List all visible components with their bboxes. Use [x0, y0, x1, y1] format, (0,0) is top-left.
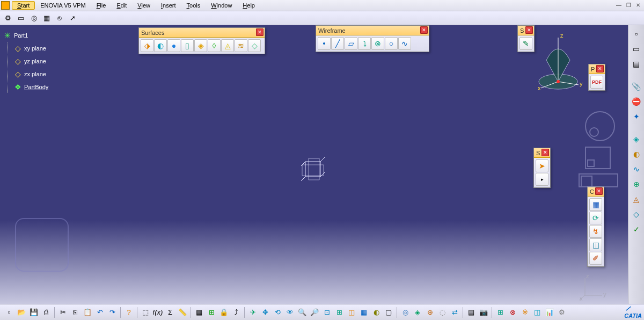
- minimize-button[interactable]: —: [615, 1, 623, 9]
- wf-curve-icon[interactable]: ∿: [398, 37, 411, 50]
- menu-view[interactable]: View: [132, 1, 156, 10]
- bb-open-icon[interactable]: 📂: [16, 307, 27, 318]
- tool-gear-icon[interactable]: ⚙: [2, 12, 14, 24]
- bb-grid2-icon[interactable]: ⊞: [494, 307, 506, 318]
- tool-target-icon[interactable]: ◎: [28, 12, 40, 24]
- bb-color-icon[interactable]: ◫: [531, 307, 543, 318]
- cons-fit-icon[interactable]: ↯: [589, 225, 602, 238]
- bb-cut-icon[interactable]: ✂: [57, 307, 69, 318]
- bb-hide-icon[interactable]: ◌: [436, 307, 448, 318]
- bb-iso-icon[interactable]: ◫: [346, 307, 357, 318]
- tool-grid-icon[interactable]: ▦: [41, 12, 53, 24]
- tree-xy-plane[interactable]: ◇xy plane: [13, 42, 48, 54]
- compass-widget[interactable]: z y x: [537, 33, 585, 82]
- viewport-3d[interactable]: ✳ Part1 ◇xy plane ◇yz plane ◇zx plane ❖P…: [0, 25, 628, 304]
- pdf-icon[interactable]: PDF: [590, 76, 603, 89]
- rb-folder-icon[interactable]: ▭: [630, 42, 643, 55]
- close-icon[interactable]: ✕: [596, 65, 604, 72]
- menu-window[interactable]: Window: [206, 1, 237, 10]
- tree-zx-plane[interactable]: ◇zx plane: [13, 68, 48, 80]
- rb-cut-icon[interactable]: ▤: [630, 57, 643, 70]
- bb-zoomout-icon[interactable]: 🔎: [309, 307, 320, 318]
- bb-ruler-icon[interactable]: 📏: [177, 307, 188, 318]
- close-button[interactable]: ✕: [634, 1, 642, 9]
- surf-offset-icon[interactable]: ◈: [194, 39, 207, 52]
- wf-plane-icon[interactable]: ▱: [345, 37, 357, 50]
- panel-surfaces-title[interactable]: Surfaces ✕: [139, 28, 265, 38]
- menu-file[interactable]: File: [91, 1, 112, 10]
- bb-paste-icon[interactable]: 📋: [82, 307, 93, 318]
- tree-root[interactable]: ✳ Part1: [3, 30, 48, 41]
- bb-opt-icon[interactable]: ⚙: [556, 307, 568, 318]
- close-icon[interactable]: ✕: [541, 149, 549, 156]
- bb-redo-icon[interactable]: ↷: [106, 307, 118, 318]
- bb-layer-icon[interactable]: ▤: [465, 307, 477, 318]
- nav-widget[interactable]: [585, 111, 617, 208]
- bb-help-icon[interactable]: ?: [123, 307, 135, 318]
- bb-print-icon[interactable]: ⎙: [40, 307, 52, 318]
- bb-lock-icon[interactable]: 🔒: [218, 307, 230, 318]
- tree-yz-plane[interactable]: ◇yz plane: [13, 55, 48, 67]
- rb-surf-icon[interactable]: ◬: [630, 193, 643, 206]
- menu-insert[interactable]: Insert: [156, 1, 181, 10]
- nav-pan-icon[interactable]: [585, 147, 611, 169]
- bb-move-icon[interactable]: ✥: [259, 307, 271, 318]
- bb-pattern-icon[interactable]: ※: [519, 307, 531, 318]
- sketch-icon[interactable]: ✎: [519, 37, 532, 50]
- panel-pdf-title[interactable]: P✕: [589, 64, 605, 74]
- bb-tree-icon[interactable]: ⊞: [206, 307, 217, 318]
- wf-circle-icon[interactable]: ○: [385, 37, 398, 50]
- cons-wire-icon[interactable]: ◫: [589, 238, 602, 251]
- bb-shade-icon[interactable]: ◐: [370, 307, 382, 318]
- bb-pick-icon[interactable]: ⊕: [424, 307, 436, 318]
- wf-line-icon[interactable]: ╱: [331, 37, 344, 50]
- bb-sigma-icon[interactable]: Σ: [164, 307, 176, 318]
- surf-sphere-icon[interactable]: ●: [167, 39, 180, 52]
- bb-save-icon[interactable]: 💾: [28, 307, 40, 318]
- wf-project-icon[interactable]: ⤵: [358, 37, 371, 50]
- select-arrow-icon[interactable]: ➤: [536, 159, 548, 172]
- rb-axes-icon[interactable]: ✦: [630, 110, 643, 123]
- menu-start[interactable]: Start: [12, 1, 35, 10]
- surf-sweep-icon[interactable]: ◊: [208, 39, 221, 52]
- tool-arrow-icon[interactable]: ➚: [67, 12, 78, 24]
- surf-fill-icon[interactable]: ◬: [221, 39, 234, 52]
- menu-tools[interactable]: Tools: [181, 1, 206, 10]
- surf-loft-icon[interactable]: ≋: [235, 39, 247, 52]
- panel-wireframe-title[interactable]: Wireframe ✕: [316, 26, 429, 35]
- bb-select-icon[interactable]: ⬚: [140, 307, 151, 318]
- menu-edit[interactable]: Edit: [111, 1, 132, 10]
- surf-cylinder-icon[interactable]: ▯: [181, 39, 194, 52]
- bb-zoomin-icon[interactable]: 🔍: [296, 307, 308, 318]
- rb-doc-icon[interactable]: ▫: [630, 27, 643, 40]
- bb-fit-icon[interactable]: ⊡: [321, 307, 333, 318]
- origin-planes-icon[interactable]: [298, 154, 330, 186]
- rb-stop-icon[interactable]: ⛔: [630, 95, 643, 108]
- bb-multi-icon[interactable]: ▦: [358, 307, 370, 318]
- bb-cam-icon[interactable]: 📷: [478, 307, 489, 318]
- bb-swap-icon[interactable]: ⇄: [449, 307, 460, 318]
- select-more-icon[interactable]: ▸: [536, 173, 548, 186]
- bb-wire-icon[interactable]: ▢: [383, 307, 394, 318]
- rb-curve-icon[interactable]: ∿: [630, 163, 643, 176]
- bb-exit-icon[interactable]: ⤴: [230, 307, 242, 318]
- bb-plane-icon[interactable]: ✈: [247, 307, 259, 318]
- close-icon[interactable]: ✕: [525, 26, 533, 34]
- nav-zoom-icon[interactable]: [579, 173, 618, 187]
- wf-point-icon[interactable]: •: [318, 37, 331, 50]
- surf-revolve-icon[interactable]: ◐: [154, 39, 167, 52]
- rb-surf2-icon[interactable]: ◇: [630, 208, 643, 221]
- rb-cube-icon[interactable]: ◈: [630, 133, 643, 146]
- rb-shade-icon[interactable]: ◐: [630, 148, 643, 161]
- rb-check-icon[interactable]: ✓: [630, 223, 643, 236]
- nav-rotate-icon[interactable]: [585, 111, 615, 141]
- rb-join-icon[interactable]: ⊕: [630, 178, 643, 191]
- close-icon[interactable]: ✕: [256, 28, 264, 36]
- bb-normal-icon[interactable]: ⊞: [333, 307, 345, 318]
- tree-partbody[interactable]: ❖PartBody: [13, 81, 48, 93]
- close-icon[interactable]: ✕: [420, 26, 428, 34]
- rb-attach-icon[interactable]: 📎: [630, 80, 643, 93]
- bb-mat-icon[interactable]: ◈: [412, 307, 423, 318]
- tool-link-icon[interactable]: ⎋: [54, 12, 65, 24]
- menu-help[interactable]: Help: [237, 1, 260, 10]
